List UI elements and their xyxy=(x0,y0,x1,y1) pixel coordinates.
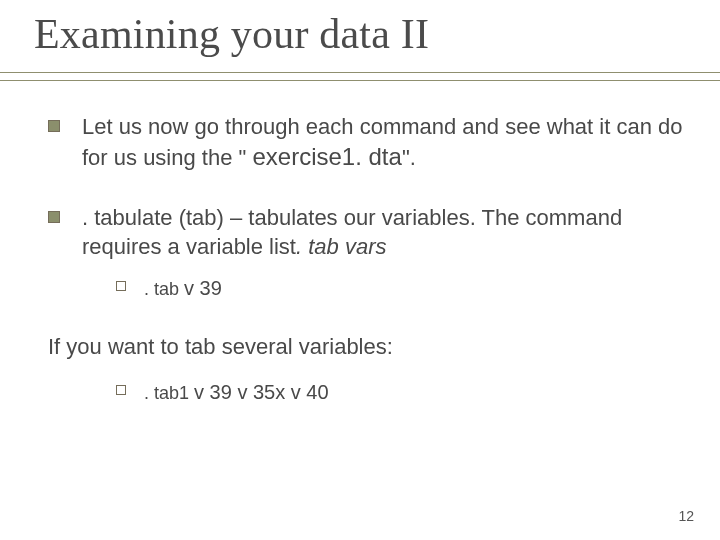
bullet-2-part-a: . tabulate xyxy=(82,205,173,230)
sub1-part-a: . tab xyxy=(144,279,184,299)
square-bullet-icon xyxy=(48,120,60,132)
sub-bullet-item-2: . tab1 v 39 v 35x v 40 xyxy=(116,379,686,406)
title-rule xyxy=(0,72,720,81)
slide-content: Let us now go through each command and s… xyxy=(48,112,686,405)
bullet-item-2: . tabulate (tab) – tabulates our variabl… xyxy=(48,203,686,302)
sub-bullet-list-2: . tab1 v 39 v 35x v 40 xyxy=(82,379,686,406)
bullet-list: Let us now go through each command and s… xyxy=(48,112,686,302)
bullet-item-1: Let us now go through each command and s… xyxy=(48,112,686,173)
small-square-bullet-icon xyxy=(116,385,126,395)
square-bullet-icon xyxy=(48,211,60,223)
sub2-part-a: . tab1 xyxy=(144,383,194,403)
sub-bullet-list-1: . tab v 39 xyxy=(82,275,686,302)
bullet-1-part-c: ". xyxy=(402,145,416,170)
after-text: If you want to tab several variables: xyxy=(48,332,686,361)
sub1-part-b: v 39 xyxy=(184,277,222,299)
bullet-1-part-b: exercise1. dta xyxy=(252,143,401,170)
sub2-part-b: v 39 v 35x v 40 xyxy=(194,381,329,403)
small-square-bullet-icon xyxy=(116,281,126,291)
bullet-2-part-c: . tab vars xyxy=(296,234,386,259)
page-number: 12 xyxy=(678,508,694,524)
slide: Examining your data II Let us now go thr… xyxy=(0,0,720,540)
slide-title: Examining your data II xyxy=(34,10,686,58)
sub-bullet-item-1: . tab v 39 xyxy=(116,275,686,302)
